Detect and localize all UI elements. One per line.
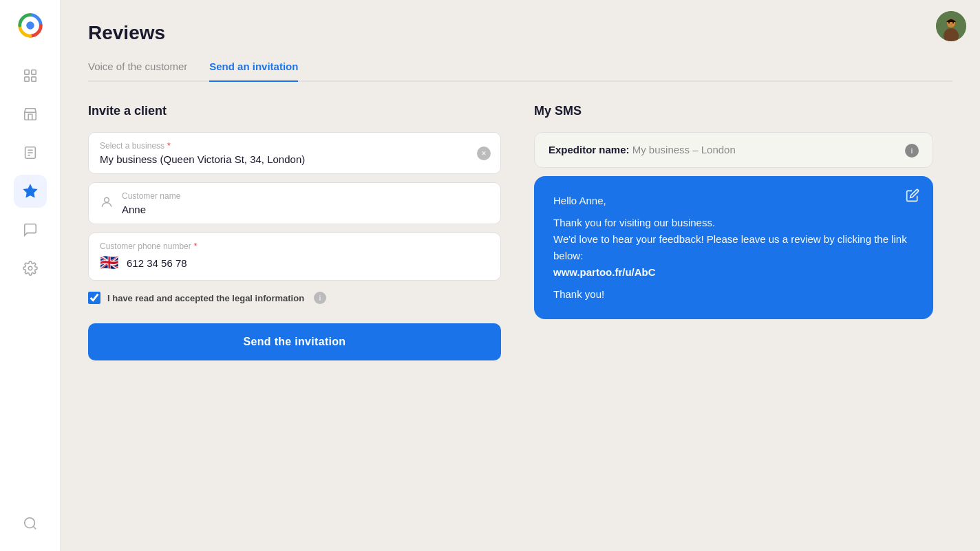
business-value: My business (Queen Victoria St, 34, Lond… [100,153,489,165]
main-content: Reviews Voice of the customer Send an in… [61,0,980,551]
svg-point-1 [26,21,34,29]
customer-name-value: Anne [122,204,489,215]
customer-name-label: Customer name [122,191,489,201]
sms-section: My SMS i Expeditor name: My business – L… [534,104,933,319]
svg-rect-3 [31,70,35,74]
tab-send-invitation[interactable]: Send an invitation [209,61,298,82]
phone-value: 612 34 56 78 [127,257,187,269]
svg-point-18 [948,22,950,23]
sms-closing: Thank you! [553,286,914,303]
edit-icon[interactable] [906,188,919,205]
svg-point-11 [24,518,34,528]
phone-required-star: * [194,241,198,251]
svg-rect-4 [24,77,28,81]
phone-input-row: 🇬🇧 612 34 56 78 [100,254,489,272]
content-row: Invite a client Select a business * My b… [88,104,952,360]
invite-client-section: Invite a client Select a business * My b… [88,104,501,360]
expeditor-label: Expeditor name: My business – London [548,144,736,155]
phone-label: Customer phone number * [100,241,489,251]
sidebar-item-reviews[interactable] [14,175,47,208]
svg-rect-2 [24,70,28,74]
legal-info-icon[interactable]: i [314,292,326,304]
expeditor-panel: i Expeditor name: My business – London [534,132,933,168]
sidebar-item-posts[interactable] [14,136,47,169]
flag-icon: 🇬🇧 [100,254,118,272]
sidebar-item-chat[interactable] [14,213,47,246]
user-avatar[interactable] [936,11,966,41]
expeditor-info-icon[interactable]: i [905,144,919,158]
legal-checkbox-row: I have read and accepted the legal infor… [88,292,501,304]
page-title: Reviews [88,22,952,44]
sidebar-item-store[interactable] [14,98,47,131]
expeditor-value: My business – London [632,144,736,155]
svg-point-10 [28,266,32,270]
expeditor-key: Expeditor name: [548,144,630,155]
legal-label: I have read and accepted the legal infor… [107,293,304,303]
svg-point-13 [105,197,109,202]
required-star: * [167,141,171,151]
sidebar-item-settings[interactable] [14,252,47,285]
sms-body: Thank you for visiting our business. We'… [553,215,914,281]
sms-bubble: Hello Anne, Thank you for visiting our b… [534,176,933,319]
sidebar-logo[interactable] [16,11,45,43]
sms-greeting: Hello Anne, [553,193,914,209]
tab-voice-of-customer[interactable]: Voice of the customer [88,61,187,82]
business-field[interactable]: Select a business * My business (Queen V… [88,132,501,174]
invite-section-title: Invite a client [88,104,501,118]
business-label: Select a business * [100,141,489,151]
sidebar-item-search[interactable] [14,507,47,540]
phone-field[interactable]: Customer phone number * 🇬🇧 612 34 56 78 [88,233,501,281]
sms-link: www.partoo.fr/u/AbC [553,266,656,278]
sidebar [0,0,61,551]
customer-name-field[interactable]: Customer name Anne [88,182,501,224]
person-icon [100,195,114,212]
svg-line-12 [33,526,36,529]
legal-checkbox[interactable] [88,292,100,304]
business-clear-button[interactable]: × [477,147,491,160]
sidebar-item-dashboard[interactable] [14,59,47,92]
svg-point-19 [952,22,954,23]
send-invitation-button[interactable]: Send the invitation [88,323,501,360]
svg-rect-5 [31,77,35,81]
sidebar-bottom [14,507,47,540]
sms-section-title: My SMS [534,104,933,118]
tab-bar: Voice of the customer Send an invitation [88,61,952,82]
